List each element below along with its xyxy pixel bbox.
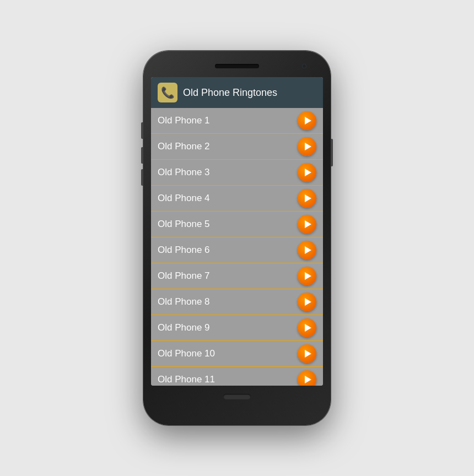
phone-device: 📞 Old Phone Ringtones Old Phone 1Old Pho… <box>143 51 331 425</box>
volume-down-button <box>141 147 143 164</box>
ringtone-name: Old Phone 2 <box>158 141 210 152</box>
ringtone-name: Old Phone 1 <box>158 115 210 126</box>
list-item[interactable]: Old Phone 5 <box>151 212 323 237</box>
play-button[interactable] <box>298 137 316 156</box>
play-icon <box>305 376 311 383</box>
ringtone-name: Old Phone 6 <box>158 245 210 256</box>
list-item[interactable]: Old Phone 9 <box>151 315 323 341</box>
play-button[interactable] <box>298 111 316 130</box>
play-button[interactable] <box>298 241 316 259</box>
play-icon <box>305 220 311 228</box>
app-icon: 📞 <box>158 83 177 102</box>
list-item[interactable]: Old Phone 1 <box>151 108 323 134</box>
front-camera <box>302 64 306 68</box>
play-icon <box>305 143 311 150</box>
list-item[interactable]: Old Phone 2 <box>151 134 323 160</box>
play-button[interactable] <box>298 189 316 208</box>
ringtone-list: Old Phone 1Old Phone 2Old Phone 3Old Pho… <box>151 108 323 386</box>
ringtone-name: Old Phone 10 <box>158 348 215 359</box>
ringtone-name: Old Phone 9 <box>158 322 210 333</box>
list-item[interactable]: Old Phone 7 <box>151 263 323 289</box>
play-button[interactable] <box>298 344 316 363</box>
play-button[interactable] <box>298 370 316 386</box>
ringtone-name: Old Phone 11 <box>158 374 215 385</box>
ringtone-name: Old Phone 3 <box>158 167 210 178</box>
phone-top-bar <box>151 58 323 74</box>
silent-button <box>141 169 143 186</box>
phone-bottom-bar <box>151 389 323 404</box>
power-button <box>331 139 333 166</box>
earpiece-speaker <box>215 64 259 68</box>
ringtone-name: Old Phone 7 <box>158 271 210 282</box>
play-icon <box>305 246 311 254</box>
ringtone-name: Old Phone 8 <box>158 296 210 307</box>
play-icon <box>305 169 311 176</box>
play-button[interactable] <box>298 215 316 234</box>
play-button[interactable] <box>298 163 316 182</box>
volume-up-button <box>141 122 143 139</box>
list-item[interactable]: Old Phone 11 <box>151 367 323 386</box>
ringtone-name: Old Phone 5 <box>158 219 210 230</box>
list-item[interactable]: Old Phone 3 <box>151 160 323 186</box>
play-icon <box>305 117 311 125</box>
list-item[interactable]: Old Phone 4 <box>151 186 323 212</box>
play-icon <box>305 194 311 202</box>
list-item[interactable]: Old Phone 10 <box>151 341 323 367</box>
play-button[interactable] <box>298 293 316 311</box>
list-item[interactable]: Old Phone 6 <box>151 237 323 263</box>
app-title: Old Phone Ringtones <box>183 87 277 99</box>
play-button[interactable] <box>298 267 316 285</box>
phone-screen: 📞 Old Phone Ringtones Old Phone 1Old Pho… <box>151 77 323 386</box>
ringtone-name: Old Phone 4 <box>158 193 210 204</box>
play-icon <box>305 324 311 332</box>
app-header: 📞 Old Phone Ringtones <box>151 77 323 108</box>
play-button[interactable] <box>298 318 316 337</box>
home-button[interactable] <box>223 394 251 399</box>
list-item[interactable]: Old Phone 8 <box>151 289 323 315</box>
play-icon <box>305 272 311 280</box>
play-icon <box>305 298 311 306</box>
play-icon <box>305 350 311 358</box>
